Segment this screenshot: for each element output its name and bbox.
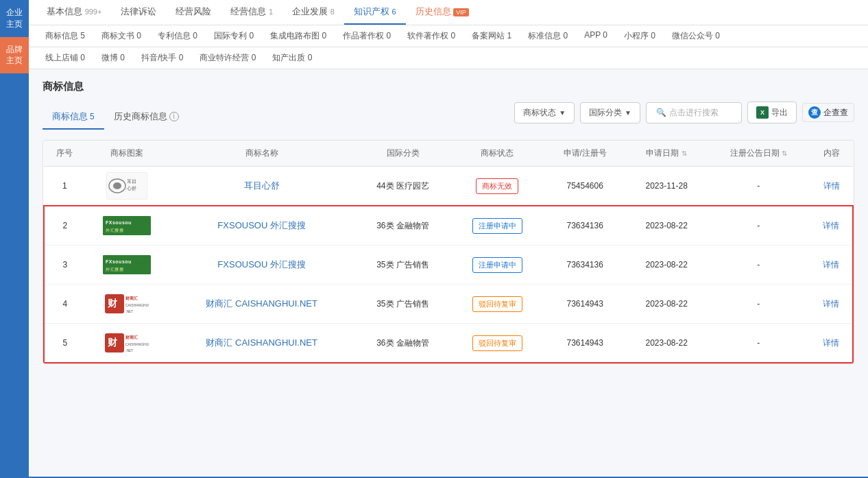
cell-trademark-name[interactable]: FXSOUSOU 外汇搜搜 (169, 206, 354, 246)
cell-trademark-name[interactable]: 财商汇 CAISHANGHUI.NET (169, 324, 354, 363)
cell-logo: FXsousou 外汇搜搜 (86, 206, 169, 246)
category-filter-button[interactable]: 国际分类 ▼ (580, 102, 640, 123)
cell-trademark-name[interactable]: 耳目心舒 (169, 167, 354, 206)
tab-history[interactable]: 历史信息 VIP (406, 0, 479, 25)
search-input[interactable]: 🔍 点击进行搜索 (646, 102, 742, 123)
search-icon: 🔍 (656, 108, 666, 117)
sub-tab-website[interactable]: 备案网站 1 (463, 25, 520, 47)
col-header-announcedate: 注册公告日期 ⇅ (707, 141, 810, 167)
sub-tab-miniprogram[interactable]: 小程序 0 (616, 25, 664, 47)
cell-detail[interactable]: 详情 (810, 206, 853, 246)
sub-tab-app[interactable]: APP 0 (576, 25, 616, 47)
table-row: 5 财 财商汇 CAISHANGHUI .NET (44, 324, 853, 363)
cell-detail[interactable]: 详情 (810, 167, 853, 206)
col-header-category: 国际分类 (354, 141, 451, 167)
sub-tab-copyright[interactable]: 作品著作权 0 (335, 25, 399, 47)
chevron-down-icon: ▼ (625, 109, 631, 117)
section-tab-trademark[interactable]: 商标信息 5 (43, 105, 104, 130)
top-nav: 基本信息 999+ 法律诉讼 经营风险 经营信息 1 企业发展 8 知识产权 6… (29, 0, 868, 25)
sub-tab-intl-patent[interactable]: 国际专利 0 (206, 25, 262, 47)
svg-text:CAISHANGHUI: CAISHANGHUI (125, 342, 149, 346)
svg-text:财商汇: 财商汇 (125, 335, 138, 339)
svg-text:.NET: .NET (125, 348, 133, 352)
sub-tab-wechat[interactable]: 微信公众号 0 (664, 25, 728, 47)
col-header-detail: 内容 (810, 141, 853, 167)
cell-applydate: 2023-08-22 (626, 246, 706, 285)
sub-tab-patent[interactable]: 专利信息 0 (149, 25, 206, 47)
svg-text:外汇搜搜: 外汇搜搜 (105, 267, 124, 272)
svg-text:外汇搜搜: 外汇搜搜 (105, 228, 124, 232)
tab-risk[interactable]: 经营风险 (166, 0, 221, 25)
cell-logo: 耳目 心舒 (86, 167, 169, 206)
status-badge: 驳回待复审 (472, 296, 522, 312)
sub-tab-standard[interactable]: 标准信息 0 (520, 25, 576, 47)
col-header-status: 商标状态 (451, 141, 544, 167)
sub-tab-circuit[interactable]: 集成电路布图 0 (262, 25, 335, 47)
cell-applydate: 2023-08-22 (626, 285, 706, 324)
cell-trademark-name[interactable]: 财商汇 CAISHANGHUI.NET (169, 285, 354, 324)
tab-development[interactable]: 企业发展 8 (282, 0, 344, 25)
svg-point-1 (113, 182, 121, 189)
table-container: 序号 商标图案 商标名称 国际分类 商标状态 申请/注册号 申请日期 ⇅ 注册公… (43, 140, 854, 364)
qcc-brand-button[interactable]: 查 企查查 (802, 103, 854, 122)
trademark-image: FXsousou 外汇搜搜 (105, 213, 149, 238)
cell-detail[interactable]: 详情 (810, 285, 853, 324)
export-button[interactable]: X 导出 (747, 101, 797, 123)
cell-index: 3 (44, 246, 86, 285)
qcc-icon: 查 (808, 106, 821, 119)
tab-legal[interactable]: 法律诉讼 (111, 0, 166, 25)
status-badge: 驳回待复审 (472, 335, 522, 351)
table-row: 4 财 财商汇 CAISHANGHUI .NET (44, 285, 853, 324)
third-tab-franchise[interactable]: 商业特许经营 0 (191, 47, 264, 69)
third-tab-weibo[interactable]: 微博 0 (93, 47, 133, 69)
tab-business[interactable]: 经营信息 1 (221, 0, 282, 25)
table-row: 1 耳目 心舒 (44, 167, 853, 206)
tab-ip[interactable]: 知识产权 6 (344, 0, 406, 25)
svg-text:心舒: 心舒 (126, 186, 136, 191)
cell-logo: FXsousou 外汇搜搜 (86, 246, 169, 285)
cell-category: 35类 广告销售 (354, 246, 451, 285)
cell-applydate: 2023-08-22 (626, 206, 706, 246)
sidebar-item-brand[interactable]: 品牌主页 (0, 37, 29, 74)
col-header-name: 商标名称 (169, 141, 354, 167)
cell-category: 35类 广告销售 (354, 285, 451, 324)
sub-tab-software[interactable]: 软件著作权 0 (399, 25, 463, 47)
sub-tab-trademark-doc[interactable]: 商标文书 0 (93, 25, 149, 47)
cell-announcedate: - (707, 167, 810, 206)
third-tab-douyin[interactable]: 抖音/快手 0 (133, 47, 191, 69)
col-header-regno: 申请/注册号 (544, 141, 626, 167)
cell-detail[interactable]: 详情 (810, 324, 853, 363)
cell-logo: 财 财商汇 CAISHANGHUI .NET (86, 285, 169, 324)
trademark-image: 耳目 心舒 (105, 174, 149, 198)
svg-text:耳目: 耳目 (127, 179, 136, 184)
sidebar-item-enterprise[interactable]: 企业 主页 (0, 0, 29, 37)
cell-index: 2 (44, 206, 86, 246)
svg-text:FXsousou: FXsousou (106, 220, 132, 225)
cell-announcedate: - (707, 324, 810, 363)
info-icon[interactable]: i (169, 112, 179, 121)
cell-trademark-name[interactable]: FXSOUSOU 外汇搜搜 (169, 246, 354, 285)
svg-text:.NET: .NET (125, 309, 133, 313)
trademark-image: FXsousou 外汇搜搜 (105, 252, 149, 277)
third-tab-shop[interactable]: 线上店铺 0 (37, 47, 93, 69)
status-badge: 注册申请中 (472, 257, 522, 273)
tab-basic-info[interactable]: 基本信息 999+ (37, 0, 111, 25)
cell-status: 注册申请中 (451, 246, 544, 285)
table-row: 3 FXsousou 外汇搜搜 (44, 246, 853, 285)
status-filter-button[interactable]: 商标状态 ▼ (514, 102, 575, 123)
cell-status: 驳回待复审 (451, 285, 544, 324)
cell-detail[interactable]: 详情 (810, 246, 853, 285)
cell-regno: 73634136 (544, 206, 626, 246)
table-row: 2 FXsousou 外汇搜搜 (44, 206, 853, 246)
sub-tab-trademark[interactable]: 商标信息 5 (37, 25, 93, 47)
section-tab-history[interactable]: 历史商标信息 i (104, 105, 189, 130)
svg-text:FXsousou: FXsousou (106, 259, 132, 264)
svg-text:财: 财 (107, 337, 118, 348)
cell-index: 1 (44, 167, 86, 206)
third-tab-pledge[interactable]: 知产出质 0 (264, 47, 320, 69)
cell-category: 44类 医疗园艺 (354, 167, 451, 206)
status-badge: 商标无效 (476, 178, 518, 194)
cell-status: 驳回待复审 (451, 324, 544, 363)
main-content: 基本信息 999+ 法律诉讼 经营风险 经营信息 1 企业发展 8 知识产权 6… (29, 0, 868, 478)
cell-regno: 73614943 (544, 324, 626, 363)
